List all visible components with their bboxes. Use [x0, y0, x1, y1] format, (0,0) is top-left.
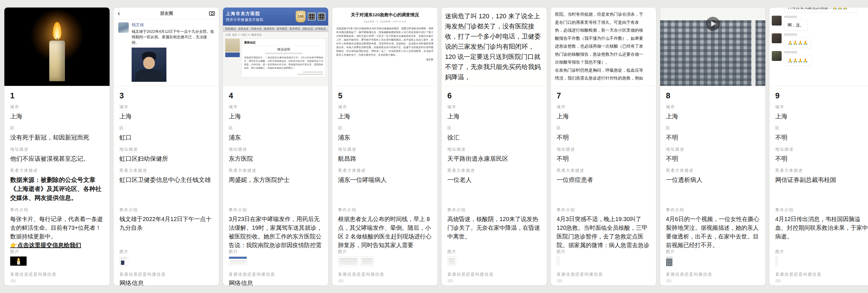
site-header: 上海市东方医院同济大学附属东方医院100	[223, 7, 328, 26]
submit-info-link[interactable]: 👉点击这里提交信息给我们	[10, 241, 81, 248]
record-card[interactable]: ‹朋友圈钱文雄钱文雄于2022年4月12日下午一点十九分去世。疫情期间一切从简。…	[113, 7, 219, 286]
property-direct: 直接信息还是间接信息	[10, 272, 104, 283]
property-city: 城市 上海	[229, 105, 322, 121]
field-label-image: 图片	[447, 249, 541, 255]
field-value-city: 上海	[229, 112, 322, 121]
cover-wechat-moments-screenshot: ‹朋友圈钱文雄钱文雄于2022年4月12日下午一点十九分去世。疫情期间一切从简。…	[114, 7, 219, 86]
property-direct: 直接信息还是间接信息	[557, 272, 650, 283]
gallery-board[interactable]: 1 城市 上海 区 没有死于新冠，却因新冠而死 地址描述 他们不应该被漠视甚至忘…	[0, 0, 868, 286]
field-value-city: 上海	[338, 112, 432, 121]
field-label-deceased: 死者大体描述	[557, 168, 650, 173]
record-card[interactable]: 只有其女儿眼见其病逝…🙏🙏🙏啊，这。🙏🙏🙏🙏🙏🙏🙏🙏 9 城市 上海 区 不明 …	[769, 7, 868, 286]
field-label-address: 地址描述	[338, 147, 432, 152]
text-doc-thumbnail[interactable]	[447, 257, 456, 266]
field-label-city: 城市	[447, 105, 541, 110]
field-value-deceased: 一位透析病人	[666, 175, 760, 184]
field-value-deceased: 网信证券副总裁韦桂国	[775, 175, 868, 184]
field-label-city: 城市	[666, 105, 760, 110]
announcement-panel: 最新动态情况说明周盛妮为我院护士，一直在院内从事非临床相关工作。3月23日在家中…	[242, 38, 326, 77]
card-number: 7	[557, 91, 650, 100]
camera-icon	[209, 11, 215, 16]
moments-post: 钱文雄钱文雄于2022年4月12日下午一点十九分去世。疫情期间一切从简。家属目前…	[114, 22, 219, 82]
chat-avatar	[772, 51, 782, 61]
cover-text-screenshot: 迷病危了叫 120，120 来了说全上海发热门诊都关了，没有医院接收，打了一个多…	[441, 7, 547, 86]
card-body: 3 城市 上海 区 虹口 地址描述 虹口区妇幼保健所 死者大体描述 虹口区卫健委…	[114, 86, 219, 286]
announcement-text: 周盛妮为我院护士，一直在院内从事非临床相关工作。3月23日在家中哮喘发作，用药后…	[244, 56, 323, 70]
decor	[297, 74, 323, 75]
field-value-district: 不明	[557, 133, 650, 142]
chat-bubble: 🙏🙏🙏🙏	[784, 55, 812, 66]
field-label-address: 地址描述	[666, 147, 760, 152]
card-number: 1	[10, 91, 104, 100]
card-number: 5	[338, 91, 432, 100]
record-card[interactable]: 1 城市 上海 区 没有死于新冠，却因新冠而死 地址描述 他们不应该被漠视甚至忘…	[4, 7, 110, 286]
field-label-deceased: 死者大体描述	[229, 168, 322, 173]
decor	[303, 71, 323, 73]
field-label-event: 事件介绍	[229, 207, 322, 213]
property-event: 事件介绍 根据患者女儿公布的时间线，早上 8 点，其父哮喘发作、晕倒。随后，小区…	[338, 207, 432, 248]
candle-thumbnail[interactable]	[10, 257, 27, 266]
breadcrumb: 位置: 首页 >> 首页 >> 最新动态	[223, 32, 328, 38]
image-thumbnails	[119, 257, 213, 266]
nav-item: 医学教育	[277, 27, 287, 31]
text-doc-thumbnail[interactable]	[338, 257, 358, 266]
field-label-event: 事件介绍	[447, 207, 541, 213]
field-label-city: 城市	[775, 105, 868, 110]
field-label-city: 城市	[557, 105, 650, 110]
property-image: 图片	[10, 249, 104, 268]
chat-bubble: 啊，这。	[784, 20, 808, 30]
field-value-address: 他们不应该被漠视甚至忘记。	[10, 154, 104, 163]
property-address: 地址描述 虹口区妇幼保健所	[119, 147, 213, 163]
property-address: 地址描述 不明	[775, 147, 868, 163]
image-thumbnails	[557, 257, 650, 266]
back-icon: ‹	[118, 10, 124, 17]
chat-avatar	[772, 33, 782, 43]
record-card[interactable]: 8 城市 上海 区 不明 地址描述 不明 死者大体描述 一位透析病人 事件介绍 …	[660, 7, 766, 286]
hospital-name: 上海市东方医院	[226, 11, 293, 17]
property-deceased: 死者大体描述 虹口区卫健委信息中心主任钱文雄	[119, 168, 213, 203]
site-thumbnail[interactable]	[229, 257, 247, 265]
property-deceased: 死者大体描述 一位透析病人	[666, 168, 760, 203]
strip-thumbnail[interactable]	[775, 257, 778, 266]
field-value-event: 4月6日的一个视频，一位女性在撕心裂肺地哭泣。据视频描述，她的亲人要做透析，出不…	[666, 215, 760, 248]
image-thumbnails	[229, 257, 322, 265]
property-deceased: 死者大体描述 数据来源：被删除的公众号文章《上海逝者》及其评论区、各种社交媒体、…	[10, 168, 104, 203]
blurred-username	[784, 33, 797, 36]
qr-code	[308, 13, 315, 20]
card-number: 6	[447, 91, 541, 100]
field-label-direct: 直接信息还是间接信息	[775, 272, 868, 277]
record-card[interactable]: 上海市东方医院同济大学附属东方医院100医院概况名医名家科室介绍医政管理医学教育…	[223, 7, 329, 286]
field-value-address: 东方医院	[229, 154, 322, 163]
property-address: 地址描述 东方医院	[229, 147, 322, 163]
property-district: 区 徐汇	[447, 126, 541, 142]
chat-bubble: 只有其女儿眼见其病逝…🙏🙏🙏	[784, 7, 857, 13]
field-value-district: 徐汇	[447, 133, 541, 142]
strip-thumbnail[interactable]	[557, 257, 560, 266]
field-label-city: 城市	[119, 105, 213, 110]
record-card[interactable]: 迷病危了叫 120，120 来了说全上海发热门诊都关了，没有医院接收，打了一个多…	[441, 7, 547, 286]
field-value-deceased: 浦东一位哮喘病人	[338, 175, 432, 184]
field-label-direct: 直接信息还是间接信息	[229, 272, 322, 277]
doc-photo-thumbnail[interactable]	[119, 257, 128, 266]
field-label-image: 图片	[666, 249, 760, 255]
property-direct: 直接信息还是间接信息	[775, 272, 868, 283]
field-label-event: 事件介绍	[775, 207, 868, 213]
property-image: 图片	[119, 249, 213, 268]
building-thumbnail[interactable]	[666, 257, 673, 266]
field-value-city: 上海	[666, 112, 760, 121]
field-label-image: 图片	[10, 249, 104, 255]
record-card[interactable]: 医院。当时有些低烧，但是发热门诊在消杀，于 是在门口的黑夜里等待了很久。可是由于…	[551, 7, 656, 286]
field-value-deceased: 周盛妮，东方医院护士	[229, 175, 322, 184]
property-deceased: 死者大体描述 一位癌症患者	[557, 168, 650, 203]
document-signature: 浦东新	[336, 58, 433, 61]
text-doc-thumbnail[interactable]	[361, 257, 374, 266]
property-district: 区 不明	[775, 126, 868, 142]
property-deceased: 死者大体描述 网信证券副总裁韦桂国	[775, 168, 868, 203]
field-label-address: 地址描述	[229, 147, 322, 152]
chat-message-col: 🙏🙏🙏🙏	[784, 51, 812, 66]
poster-name: 钱文雄	[132, 22, 214, 28]
cover-investigation-document: 关于对浦东120急救中心的调查情况【信息来源：】【信息时间：2022-03-31…	[332, 7, 437, 86]
sidebar-block	[225, 53, 240, 57]
nav-item: 国际交流	[302, 27, 313, 31]
record-card[interactable]: 关于对浦东120急救中心的调查情况【信息来源：】【信息时间：2022-03-31…	[332, 7, 438, 286]
